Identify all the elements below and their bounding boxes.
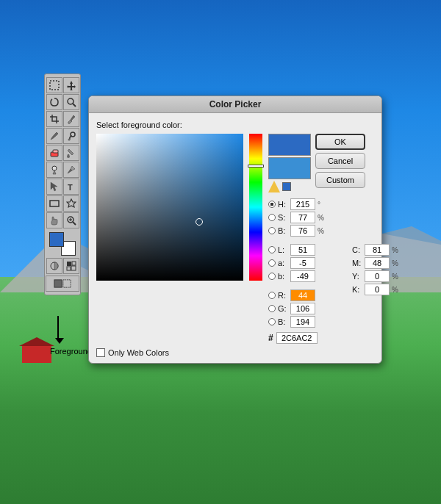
zoom-tool[interactable] — [63, 212, 79, 228]
divider-2 — [268, 284, 349, 288]
preview-old-color — [268, 157, 311, 179]
preview-section — [268, 134, 311, 194]
svg-line-16 — [73, 222, 76, 225]
color-gradient-field[interactable] — [96, 134, 243, 281]
h-row: H: ° — [268, 198, 349, 210]
h-label: H: — [278, 200, 288, 209]
brush-tool[interactable] — [46, 128, 62, 144]
toolbar-row-2 — [46, 94, 79, 110]
hue-slider[interactable] — [249, 134, 262, 281]
s-input[interactable] — [290, 212, 315, 223]
y-unit: % — [392, 273, 401, 281]
svg-rect-22 — [67, 267, 71, 270]
b2-radio[interactable] — [268, 273, 276, 280]
gamut-warning — [268, 181, 311, 192]
svg-text:T: T — [68, 183, 73, 192]
g-input[interactable] — [290, 303, 315, 314]
cmyk-spacer — [352, 198, 401, 242]
m-label: M: — [352, 259, 362, 267]
l-radio[interactable] — [268, 246, 276, 253]
hex-label: # — [268, 333, 273, 343]
b3-row: B: — [268, 316, 349, 328]
clone-stamp-tool[interactable] — [63, 128, 79, 144]
y-row: Y: % — [352, 270, 401, 282]
r-radio[interactable] — [268, 292, 276, 299]
screen-mode-tool[interactable] — [46, 276, 79, 292]
hue-slider-wrap — [249, 134, 262, 281]
toolbar-row-screen — [46, 276, 79, 292]
r-input[interactable] — [290, 289, 315, 301]
c-input[interactable] — [365, 244, 390, 256]
h-input[interactable] — [290, 198, 315, 210]
custom-button[interactable]: Custom — [315, 172, 365, 188]
dodge-tool[interactable] — [46, 162, 62, 178]
crop-tool[interactable] — [46, 111, 62, 127]
g-radio[interactable] — [268, 305, 276, 312]
toolbar-row-3 — [46, 111, 79, 127]
a-row: a: — [268, 257, 349, 269]
dialog-instruction: Select foreground color: — [96, 120, 374, 129]
b2-input[interactable] — [290, 270, 315, 282]
paint-bucket-tool[interactable] — [63, 145, 79, 161]
y-input[interactable] — [365, 270, 390, 282]
k-label: K: — [352, 285, 362, 294]
dialog-title: Color Picker — [89, 96, 381, 113]
custom-shape-tool[interactable] — [63, 195, 79, 212]
only-web-colors-checkbox[interactable] — [96, 348, 105, 357]
m-input[interactable] — [365, 257, 390, 269]
a-radio[interactable] — [268, 259, 276, 267]
h-unit: ° — [318, 201, 326, 209]
arrow-head — [55, 338, 64, 344]
only-web-colors-label: Only Web Colors — [108, 348, 169, 357]
b-unit: % — [318, 227, 326, 235]
foreground-color-swatch[interactable] — [49, 232, 64, 247]
svg-rect-2 — [50, 81, 59, 90]
marquee-tool[interactable] — [46, 77, 62, 93]
move-tool[interactable] — [63, 77, 79, 93]
quick-select-tool[interactable] — [63, 94, 79, 110]
k-row: K: % — [352, 284, 401, 295]
direct-select-tool[interactable] — [46, 179, 62, 195]
lasso-tool[interactable] — [46, 94, 62, 110]
hand-tool[interactable] — [46, 212, 62, 228]
hsb-lab-rgb-section: H: ° S: % — [268, 198, 349, 344]
g-label: G: — [278, 304, 288, 313]
b3-radio[interactable] — [268, 318, 276, 325]
c-unit: % — [392, 246, 401, 254]
red-building — [22, 345, 51, 363]
h-radio[interactable] — [268, 201, 276, 208]
view-mode-tool[interactable] — [63, 258, 79, 274]
r-row: R: — [268, 289, 349, 301]
gamut-swatch[interactable] — [282, 182, 291, 191]
ok-button[interactable]: OK — [315, 134, 365, 150]
svg-line-5 — [73, 104, 76, 107]
cancel-button[interactable]: Cancel — [315, 153, 365, 169]
hex-input[interactable] — [276, 332, 318, 344]
s-radio[interactable] — [268, 214, 276, 221]
a-input[interactable] — [290, 257, 315, 269]
s-row: S: % — [268, 212, 349, 223]
b-input[interactable] — [290, 225, 315, 237]
color-field-wrap — [96, 134, 243, 281]
b2-row: b: — [268, 270, 349, 282]
b-radio[interactable] — [268, 227, 276, 234]
hex-row: # — [268, 332, 349, 344]
svg-rect-9 — [53, 150, 58, 153]
eraser-tool[interactable] — [46, 145, 62, 161]
eyedropper-tool[interactable] — [63, 111, 79, 127]
warning-icon[interactable] — [268, 181, 280, 192]
l-input[interactable] — [290, 244, 315, 256]
k-input[interactable] — [365, 284, 390, 295]
toolbar-row-1 — [46, 77, 79, 93]
l-label: L: — [278, 245, 288, 254]
rectangle-tool[interactable] — [46, 195, 62, 212]
toolbar-row-mask — [46, 258, 79, 274]
color-field-overlay — [96, 134, 243, 281]
pen-tool[interactable] — [63, 162, 79, 178]
quick-mask-tool[interactable] — [46, 258, 62, 274]
b3-input[interactable] — [290, 316, 315, 328]
toolbar-row-8 — [46, 195, 79, 212]
y-label: Y: — [352, 272, 362, 281]
arrow-line — [57, 316, 59, 338]
text-tool[interactable]: T — [63, 179, 79, 195]
